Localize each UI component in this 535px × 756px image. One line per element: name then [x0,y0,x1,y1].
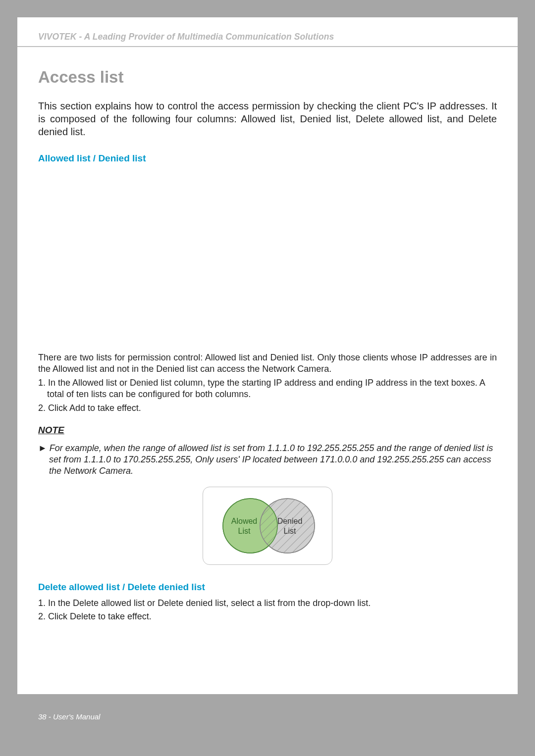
svg-point-5 [260,499,315,553]
page-footer: 38 - User's Manual [17,694,518,739]
permission-paragraph: There are two lists for permission contr… [38,352,497,375]
step-1: 1. In the Allowed list or Denied list co… [38,377,497,401]
subheading-delete-lists: Delete allowed list / Delete denied list [38,582,497,593]
page: VIVOTEK - A Leading Provider of Multimed… [17,17,518,739]
delete-step-2: 2. Click Delete to take effect. [38,611,497,622]
screenshot-placeholder [38,169,497,352]
step-2: 2. Click Add to take effect. [38,403,497,414]
intro-paragraph: This section explains how to control the… [38,100,497,138]
page-content: Access list This section explains how to… [17,47,518,623]
venn-denied-label-1: Denied [277,517,303,525]
subheading-allowed-denied: Allowed list / Denied list [38,153,497,164]
footer-text: 38 - User's Manual [38,712,100,721]
page-header: VIVOTEK - A Leading Provider of Multimed… [17,17,518,47]
note-body: ► For example, when the range of allowed… [38,443,497,477]
note-label: NOTE [38,425,497,436]
venn-svg: Alowed List Denied List [211,491,324,560]
delete-step-1: 1. In the Delete allowed list or Delete … [38,598,497,609]
venn-allowed-label-2: List [238,527,251,535]
venn-diagram: Alowed List Denied List [203,487,332,565]
section-title: Access list [38,68,497,87]
venn-denied-label-2: List [284,527,296,535]
header-brandline: VIVOTEK - A Leading Provider of Multimed… [38,32,334,42]
venn-allowed-label-1: Alowed [231,517,257,525]
